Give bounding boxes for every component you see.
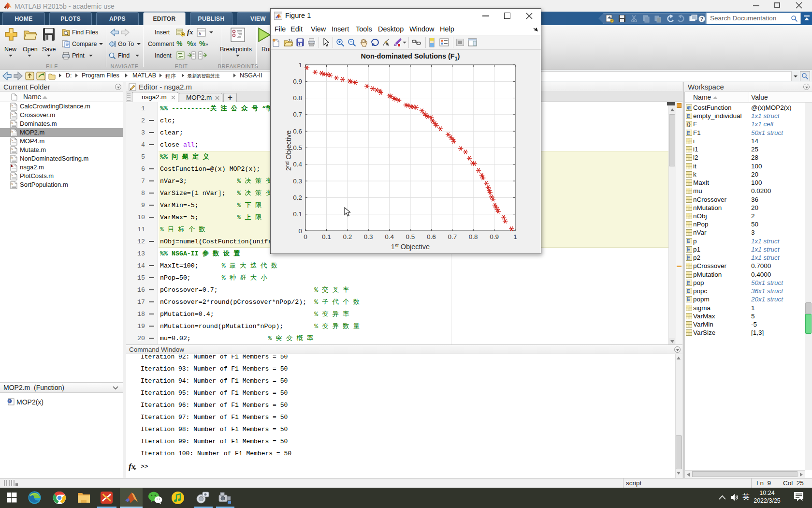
svg-text:?: ? xyxy=(700,16,703,22)
svg-text:0: 0 xyxy=(304,233,307,240)
svg-text:fx: fx xyxy=(11,182,14,186)
svg-text:0.2: 0.2 xyxy=(343,233,352,240)
svg-text:0: 0 xyxy=(298,227,302,235)
svg-text:0.2: 0.2 xyxy=(293,194,302,201)
svg-text:0.1: 0.1 xyxy=(293,210,302,218)
svg-text:0.9: 0.9 xyxy=(293,78,302,85)
svg-text:{}: {} xyxy=(687,121,691,127)
svg-text:0.7: 0.7 xyxy=(293,111,302,118)
svg-text:0.3: 0.3 xyxy=(364,233,373,240)
svg-text:0.4: 0.4 xyxy=(293,161,302,168)
svg-text:fx: fx xyxy=(11,138,14,142)
svg-text:fx: fx xyxy=(11,121,14,125)
svg-text:0.6: 0.6 xyxy=(427,233,436,240)
svg-text:0.3: 0.3 xyxy=(293,178,302,185)
svg-text:fx: fx xyxy=(11,112,14,116)
svg-text:0.7: 0.7 xyxy=(448,233,457,240)
svg-text:0.6: 0.6 xyxy=(293,128,302,135)
svg-text:1: 1 xyxy=(298,61,302,69)
svg-text:fx: fx xyxy=(11,104,14,107)
svg-text:0.8: 0.8 xyxy=(469,233,478,240)
svg-text:0.5: 0.5 xyxy=(293,144,302,151)
svg-text:0.4: 0.4 xyxy=(385,233,394,240)
svg-text:fx: fx xyxy=(11,173,14,177)
svg-text:fx: fx xyxy=(11,156,14,160)
svg-text:0.9: 0.9 xyxy=(490,233,499,240)
svg-text:fx: fx xyxy=(11,130,14,134)
svg-text:0.1: 0.1 xyxy=(322,233,331,240)
svg-text:1: 1 xyxy=(513,233,517,240)
svg-text:0.8: 0.8 xyxy=(293,94,302,102)
svg-text:0.5: 0.5 xyxy=(406,233,415,240)
svg-text:fx: fx xyxy=(11,147,14,151)
